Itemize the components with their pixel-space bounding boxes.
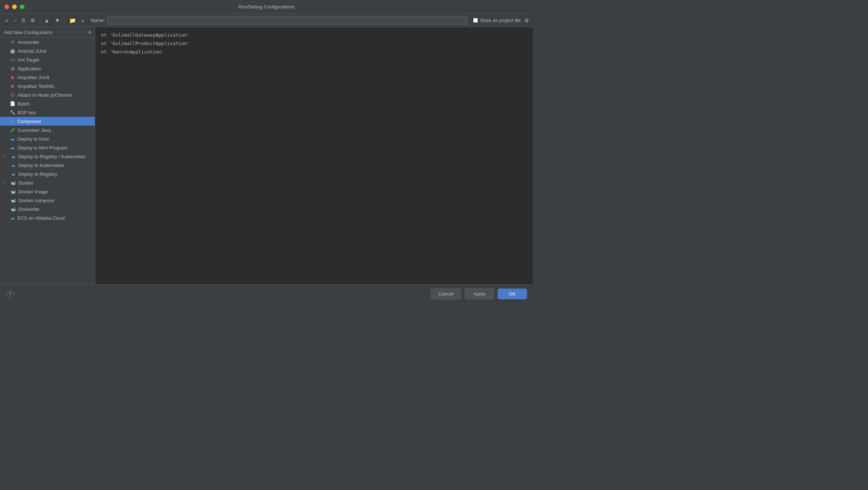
sidebar-item-label-bsp-test: BSP test (18, 110, 36, 115)
body-row: Add New Configuration ≡ ⚙Ammonite🤖Androi… (0, 27, 533, 284)
settings-button[interactable]: ⚙ (29, 16, 37, 25)
item-icon-arquillian-testng: ◉ (10, 83, 15, 89)
item-icon-attach-nodejs: ⬡ (10, 92, 15, 98)
sidebar-item-attach-nodejs[interactable]: ⬡Attach to Node.js/Chrome (0, 90, 95, 99)
title-bar: Run/Debug Configurations (0, 0, 533, 14)
remove-config-button[interactable]: − (12, 16, 18, 24)
item-icon-ammonite: ⚙ (10, 39, 15, 45)
toolbar-separator-1 (40, 17, 40, 24)
minimize-button[interactable] (12, 4, 17, 9)
add-config-button[interactable]: + (4, 16, 10, 24)
item-icon-ant-target: 🐜 (10, 57, 15, 63)
sidebar-item-label-application: Application (18, 66, 41, 71)
apply-button[interactable]: Apply (465, 289, 494, 299)
folder-button[interactable]: 📁 (68, 16, 78, 25)
sidebar-item-deploy-mini[interactable]: ☁Deploy to Mini Program (0, 143, 95, 152)
item-icon-cucumber-java: 🥒 (10, 127, 15, 133)
item-icon-compound: ⊞ (10, 118, 15, 124)
more-button[interactable]: » (80, 16, 86, 24)
name-input[interactable] (107, 16, 467, 25)
sidebar-item-label-deploy-registry-k8s: Deploy to Registry / Kubernetes (18, 154, 86, 159)
sidebar-item-label-arquillian-junit: Arquillian JUnit (18, 75, 49, 80)
toolbar-row: + − ⎘ ⚙ ▲ ▼ 📁 » Name: Store as project f… (0, 14, 533, 27)
sidebar-item-label-deploy-registry: Deploy to Registry (18, 171, 57, 177)
sidebar-item-label-attach-nodejs: Attach to Node.js/Chrome (18, 92, 72, 98)
config-item-2: ot 'RenrenApplication' (101, 48, 527, 56)
sidebar-item-docker-image[interactable]: 🐋Docker Image (0, 187, 95, 196)
sidebar-item-ammonite[interactable]: ⚙Ammonite (0, 38, 95, 47)
copy-config-button[interactable]: ⎘ (20, 16, 27, 24)
item-icon-deploy-mini: ☁ (10, 145, 15, 151)
sidebar-item-label-dockerfile: Dockerfile (18, 207, 40, 212)
sidebar-filter-button[interactable]: ≡ (88, 29, 91, 35)
config-item-0: ot 'GulimallGatewayApplication' (101, 31, 527, 39)
sidebar-item-cucumber-java[interactable]: 🥒Cucumber Java (0, 126, 95, 134)
sidebar-item-arquillian-testng[interactable]: ◉Arquillian TestNG (0, 82, 95, 90)
window-controls (4, 4, 25, 9)
sidebar-item-label-cucumber-java: Cucumber Java (18, 127, 51, 133)
item-icon-arquillian-junit: ◉ (10, 74, 15, 80)
sidebar-item-arquillian-junit[interactable]: ◉Arquillian JUnit (0, 73, 95, 82)
item-icon-application: ▦ (10, 66, 15, 71)
item-icon-deploy-kubernetes: ☁ (10, 162, 16, 168)
sidebar-item-label-batch: Batch (18, 101, 30, 107)
sidebar-item-label-docker: Docker (18, 180, 33, 186)
cancel-button[interactable]: Cancel (431, 289, 461, 299)
move-up-button[interactable]: ▲ (43, 16, 51, 24)
name-label: Name: (91, 18, 105, 23)
right-panel: ot 'GulimallGatewayApplication'ot 'Gulim… (95, 27, 533, 284)
item-icon-batch: 📄 (10, 101, 15, 107)
item-icon-docker-compose: 🐋 (10, 197, 16, 203)
sidebar-item-dockerfile[interactable]: 🐋Dockerfile (0, 205, 95, 214)
sidebar-header-title: Add New Configuration (4, 30, 53, 35)
item-icon-docker: 🐋 (10, 180, 16, 186)
sidebar-item-application[interactable]: ▦Application (0, 64, 95, 73)
sidebar-item-ant-target[interactable]: 🐜Ant Target (0, 55, 95, 64)
dialog-container: + − ⎘ ⚙ ▲ ▼ 📁 » Name: Store as project f… (0, 14, 533, 303)
close-button[interactable] (4, 4, 9, 9)
ok-button[interactable]: OK (498, 289, 527, 299)
sidebar-item-label-arquillian-testng: Arquillian TestNG (18, 83, 54, 89)
sidebar-item-docker-compose[interactable]: 🐋Docker-compose (0, 196, 95, 205)
sidebar-item-label-deploy-mini: Deploy to Mini Program (18, 145, 67, 151)
sidebar-list: ⚙Ammonite🤖Android JUnit🐜Ant Target▦Appli… (0, 38, 95, 284)
store-checkbox[interactable] (473, 18, 478, 23)
sidebar-item-android-junit[interactable]: 🤖Android JUnit (0, 47, 95, 55)
sidebar-item-deploy-kubernetes[interactable]: ☁Deploy to Kubernetes (0, 161, 95, 170)
bottom-bar: ? Cancel Apply OK (0, 284, 533, 303)
store-gear-icon: ⚙ (524, 18, 529, 23)
item-icon-docker-image: 🐋 (10, 189, 16, 194)
item-icon-deploy-registry-k8s: ☁ (10, 153, 16, 159)
toolbar-separator-2 (64, 17, 65, 24)
sidebar-item-label-docker-compose: Docker-compose (18, 198, 54, 203)
sidebar-item-bsp-test[interactable]: 🔧BSP test (0, 108, 95, 117)
dialog-title: Run/Debug Configurations (238, 4, 294, 10)
sidebar-item-label-ammonite: Ammonite (18, 40, 39, 45)
bottom-actions: Cancel Apply OK (431, 289, 527, 299)
sidebar-item-label-ecs-alibaba: ECS on Alibaba Cloud (18, 215, 65, 221)
item-icon-android-junit: 🤖 (10, 48, 15, 54)
sidebar-item-ecs-alibaba[interactable]: ☁ECS on Alibaba Cloud (0, 214, 95, 222)
sidebar-item-deploy-registry[interactable]: ☁Deploy to Registry (0, 170, 95, 178)
sidebar-item-label-deploy-host: Deploy to Host (18, 136, 49, 142)
sidebar: Add New Configuration ≡ ⚙Ammonite🤖Androi… (0, 27, 95, 284)
sidebar-item-deploy-registry-k8s[interactable]: ▾☁Deploy to Registry / Kubernetes (0, 152, 95, 161)
maximize-button[interactable] (20, 4, 25, 9)
expand-arrow-docker: ▾ (4, 181, 7, 185)
expand-arrow-deploy-registry-k8s: ▾ (4, 155, 7, 158)
sidebar-item-batch[interactable]: 📄Batch (0, 99, 95, 108)
store-checkbox-area: Store as project file ⚙ (473, 18, 529, 23)
sidebar-item-label-compound: Compound (18, 119, 41, 124)
item-icon-ecs-alibaba: ☁ (10, 215, 15, 221)
sidebar-item-deploy-host[interactable]: ☁Deploy to Host (0, 134, 95, 143)
item-icon-bsp-test: 🔧 (10, 109, 15, 115)
help-button[interactable]: ? (6, 290, 14, 298)
sidebar-item-label-android-junit: Android JUnit (18, 48, 46, 54)
item-icon-deploy-host: ☁ (10, 136, 15, 142)
sidebar-header: Add New Configuration ≡ (0, 27, 95, 38)
move-down-button[interactable]: ▼ (53, 16, 61, 24)
store-label: Store as project file (480, 18, 521, 23)
sidebar-item-docker[interactable]: ▾🐋Docker (0, 178, 95, 187)
sidebar-item-compound[interactable]: ⊞Compound (0, 117, 95, 126)
item-icon-deploy-registry: ☁ (10, 171, 16, 177)
